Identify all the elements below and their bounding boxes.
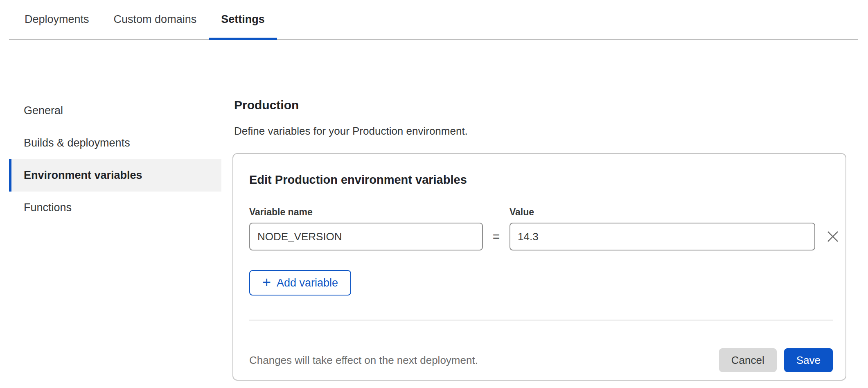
- main-panel: Production Define variables for your Pro…: [232, 40, 868, 381]
- tab-settings[interactable]: Settings: [209, 0, 277, 39]
- variable-value-field-group: Value: [510, 207, 815, 250]
- variable-name-input[interactable]: [249, 223, 483, 250]
- save-button[interactable]: Save: [784, 348, 833, 372]
- settings-content: General Builds & deployments Environment…: [0, 40, 868, 381]
- sidebar-item-general[interactable]: General: [9, 95, 221, 127]
- settings-sidebar: General Builds & deployments Environment…: [0, 40, 232, 381]
- tab-custom-domains[interactable]: Custom domains: [101, 0, 209, 39]
- sidebar-item-builds-deployments[interactable]: Builds & deployments: [9, 127, 221, 159]
- variable-name-field-group: Variable name: [249, 207, 483, 250]
- variable-row: Variable name = Value: [249, 207, 845, 250]
- add-variable-label: Add variable: [277, 277, 338, 289]
- cancel-button[interactable]: Cancel: [719, 348, 777, 372]
- variable-value-input[interactable]: [510, 223, 815, 250]
- deployment-note: Changes will take effect on the next dep…: [249, 354, 478, 367]
- tab-deployments[interactable]: Deployments: [12, 0, 101, 39]
- remove-variable-button[interactable]: [820, 223, 845, 250]
- footer-actions: Cancel Save: [719, 348, 833, 372]
- x-icon: [825, 229, 840, 244]
- plus-icon: +: [262, 275, 271, 290]
- page-description: Define variables for your Production env…: [234, 125, 868, 138]
- sidebar-item-functions[interactable]: Functions: [9, 192, 221, 224]
- add-variable-button[interactable]: + Add variable: [249, 270, 351, 296]
- card-footer: Changes will take effect on the next dep…: [249, 348, 833, 372]
- environment-variables-card: Edit Production environment variables Va…: [232, 153, 846, 381]
- card-footer-divider: [249, 320, 833, 320]
- variable-value-label: Value: [510, 207, 815, 218]
- sidebar-item-environment-variables[interactable]: Environment variables: [9, 159, 221, 192]
- tab-bar: Deployments Custom domains Settings: [9, 0, 858, 40]
- equals-sign: =: [483, 223, 510, 250]
- page-title: Production: [234, 98, 868, 112]
- card-title: Edit Production environment variables: [249, 173, 833, 187]
- variable-name-label: Variable name: [249, 207, 483, 218]
